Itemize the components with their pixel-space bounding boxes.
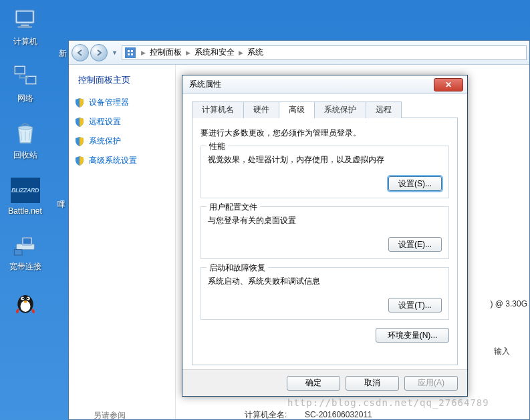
crumb-sep-icon: ▶ <box>184 49 192 56</box>
desktop-icon-label: 计算机 <box>0 36 50 47</box>
breadcrumb-item[interactable]: 系统和安全 <box>192 47 237 58</box>
control-panel-home-link[interactable]: 控制面板主页 <box>74 74 170 86</box>
side-link-label: 远程设置 <box>89 116 121 128</box>
desktop-icon-computer[interactable]: 计算机 <box>0 5 50 47</box>
side-link-remote[interactable]: 远程设置 <box>74 116 170 128</box>
group-title: 启动和故障恢复 <box>207 262 268 274</box>
desktop-icon-label: 回收站 <box>0 150 50 161</box>
profile-settings-button[interactable]: 设置(E)... <box>388 237 442 252</box>
svg-rect-1 <box>17 12 32 22</box>
control-panel-icon <box>125 47 136 58</box>
env-variables-button[interactable]: 环境变量(N)... <box>376 328 449 343</box>
svg-rect-22 <box>131 50 133 52</box>
tab-protection[interactable]: 系统保护 <box>314 101 366 118</box>
breadcrumb-item[interactable]: 系统 <box>245 47 266 58</box>
group-desc: 与您登录有关的桌面设置 <box>208 215 442 226</box>
desktop-icon-label: Battle.net <box>0 206 50 216</box>
side-link-advanced[interactable]: 高级系统设置 <box>74 155 170 166</box>
desktop-icon-partial2: 嗶 <box>57 199 65 210</box>
perf-settings-button[interactable]: 设置(S)... <box>388 176 442 191</box>
svg-rect-3 <box>17 26 32 28</box>
side-link-label: 高级系统设置 <box>89 155 137 166</box>
svg-rect-24 <box>131 53 133 55</box>
back-button[interactable] <box>72 44 89 61</box>
see-also-label: 另请参阅 <box>94 410 126 420</box>
svg-rect-2 <box>21 25 29 27</box>
tab-computer-name[interactable]: 计算机名 <box>192 101 244 118</box>
recycle-bin-icon <box>9 119 41 148</box>
admin-intro-text: 要进行大多数更改，您必须作为管理员登录。 <box>201 128 449 139</box>
svg-point-8 <box>18 126 32 130</box>
group-startup-recovery: 启动和故障恢复 系统启动、系统失败和调试信息 设置(T)... <box>201 267 449 320</box>
tab-hardware[interactable]: 硬件 <box>243 101 279 118</box>
desktop-icon-battlenet[interactable]: BLIZZARD Battle.net <box>0 176 50 216</box>
network-icon <box>9 62 41 91</box>
svg-rect-12 <box>14 250 22 255</box>
cancel-button[interactable]: 取消 <box>346 376 399 391</box>
svg-point-19 <box>23 300 27 302</box>
crumb-sep-icon: ▶ <box>140 49 147 56</box>
computer-icon <box>9 5 41 35</box>
cpu-speed-partial: ) @ 3.30G <box>490 299 527 308</box>
desktop-icon-label: 宽带连接 <box>0 261 50 272</box>
explorer-header: ▼ ▶ 控制面板 ▶ 系统和安全 ▶ 系统 <box>69 41 529 65</box>
history-dropdown-icon[interactable]: ▼ <box>112 49 118 56</box>
battlenet-icon: BLIZZARD <box>9 176 41 205</box>
side-link-label: 系统保护 <box>89 136 121 147</box>
broadband-icon <box>9 230 41 260</box>
group-desc: 视觉效果，处理器计划，内存使用，以及虚拟内存 <box>208 154 442 166</box>
group-performance: 性能 视觉效果，处理器计划，内存使用，以及虚拟内存 设置(S)... <box>201 146 449 198</box>
input-partial: 输入 <box>494 346 510 357</box>
desktop-icon-network[interactable]: 网络 <box>0 62 50 104</box>
side-panel: 控制面板主页 设备管理器 远程设置 系统保护 高级系统设置 <box>69 65 176 419</box>
penguin-icon <box>9 287 41 317</box>
svg-point-17 <box>22 298 24 300</box>
computer-name-label: 计算机全名: <box>245 410 287 419</box>
svg-rect-21 <box>128 50 130 52</box>
crumb-sep-icon: ▶ <box>237 49 245 56</box>
address-bar[interactable]: ▶ 控制面板 ▶ 系统和安全 ▶ 系统 <box>122 45 527 60</box>
group-desc: 系统启动、系统失败和调试信息 <box>208 276 442 287</box>
tab-advanced[interactable]: 高级 <box>279 101 315 118</box>
close-icon: ✕ <box>445 80 452 89</box>
desktop-icon-qq[interactable] <box>0 287 50 317</box>
dialog-title: 系统属性 <box>189 79 221 90</box>
desktop-area: 计算机 网络 回收站 BLIZZARD Battle.net 宽带连接 <box>0 0 67 420</box>
group-title: 用户配置文件 <box>207 202 260 213</box>
watermark-text: http://blog.csdn.net/qq_27664789 <box>287 397 489 408</box>
startup-settings-button[interactable]: 设置(T)... <box>388 298 442 312</box>
shield-icon <box>74 117 85 128</box>
system-properties-dialog: 系统属性 ✕ 计算机名 硬件 高级 系统保护 远程 要进行大多数更改，您必须作为… <box>182 75 468 397</box>
desktop-icon-recycle[interactable]: 回收站 <box>0 119 50 161</box>
close-button[interactable]: ✕ <box>434 78 463 91</box>
shield-icon <box>74 136 85 147</box>
svg-rect-5 <box>15 67 24 73</box>
dialog-titlebar: 系统属性 ✕ <box>182 75 467 94</box>
desktop-icon-label: 网络 <box>0 93 50 104</box>
shield-icon <box>74 156 85 166</box>
ok-button[interactable]: 确定 <box>287 376 340 391</box>
tab-page-advanced: 要进行大多数更改，您必须作为管理员登录。 性能 视觉效果，处理器计划，内存使用，… <box>192 118 458 365</box>
desktop-icon-broadband[interactable]: 宽带连接 <box>0 230 50 272</box>
group-user-profile: 用户配置文件 与您登录有关的桌面设置 设置(E)... <box>201 206 449 259</box>
desktop-icon-partial: 新 <box>59 48 67 59</box>
svg-rect-11 <box>23 238 31 244</box>
forward-button[interactable] <box>90 44 108 61</box>
tab-strip: 计算机名 硬件 高级 系统保护 远程 <box>192 101 458 118</box>
side-link-label: 设备管理器 <box>89 97 129 108</box>
apply-button[interactable]: 应用(A) <box>404 376 458 391</box>
svg-rect-23 <box>128 53 130 55</box>
side-link-device-manager[interactable]: 设备管理器 <box>74 97 170 108</box>
dialog-footer: 确定 取消 应用(A) <box>182 369 467 396</box>
breadcrumb-item[interactable]: 控制面板 <box>147 47 184 58</box>
computer-name-value: SC-201606032011 <box>305 410 372 419</box>
group-title: 性能 <box>207 141 228 152</box>
tab-remote[interactable]: 远程 <box>366 101 402 118</box>
side-link-protection[interactable]: 系统保护 <box>74 136 170 147</box>
svg-point-18 <box>27 298 29 300</box>
computer-name-row: 计算机全名: SC-201606032011 <box>245 409 372 420</box>
shield-icon <box>74 97 85 108</box>
